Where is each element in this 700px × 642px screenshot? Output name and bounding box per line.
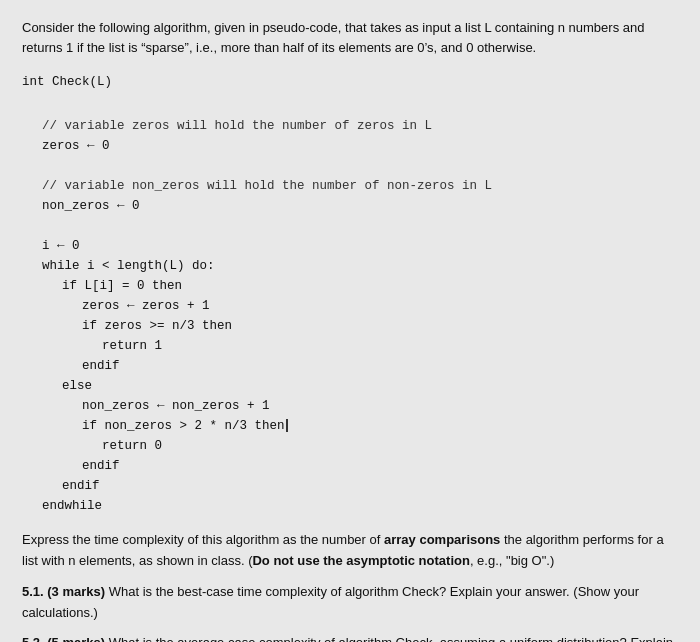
bold-array-comparisons: array comparisons [384,532,500,547]
line-endwhile: endwhile [22,496,678,516]
q52-label: 5.2. (5 marks) [22,635,105,642]
line-nonzeros-init: non_zeros ← 0 [22,196,678,216]
line-endif-1: endif [22,356,678,376]
func-signature: int Check(L) [22,72,678,92]
question-52: 5.2. (5 marks) What is the average case … [22,633,678,642]
line-zeros-init: zeros ← 0 [22,136,678,156]
line-endif-3: endif [22,476,678,496]
code-block: int Check(L) // variable zeros will hold… [22,72,678,516]
intro-paragraph: Consider the following algorithm, given … [22,18,678,58]
line-else: else [22,376,678,396]
q51-text: What is the best-case time complexity of… [22,584,639,620]
line-return-0: return 0 [22,436,678,456]
line-i-init: i ← 0 [22,236,678,256]
comment-nonzeros: // variable non_zeros will hold the numb… [22,176,678,196]
bold-do-not-use: Do not use the asymptotic notation [252,553,469,568]
q52-text: What is the average case complexity of a… [22,635,673,642]
comment-zeros: // variable zeros will hold the number o… [22,116,678,136]
line-if-nonzeros-thresh: if non_zeros > 2 * n/3 then [22,416,678,436]
line-if-zero: if L[i] = 0 then [22,276,678,296]
line-endif-2: endif [22,456,678,476]
q51-label: 5.1. (3 marks) [22,584,105,599]
question-51: 5.1. (3 marks) What is the best-case tim… [22,582,678,624]
line-zeros-incr: zeros ← zeros + 1 [22,296,678,316]
line-if-zeros-thresh: if zeros >= n/3 then [22,316,678,336]
line-return-1: return 1 [22,336,678,356]
line-while: while i < length(L) do: [22,256,678,276]
express-paragraph: Express the time complexity of this algo… [22,530,678,572]
line-nonzeros-incr: non_zeros ← non_zeros + 1 [22,396,678,416]
text-cursor [286,419,288,432]
